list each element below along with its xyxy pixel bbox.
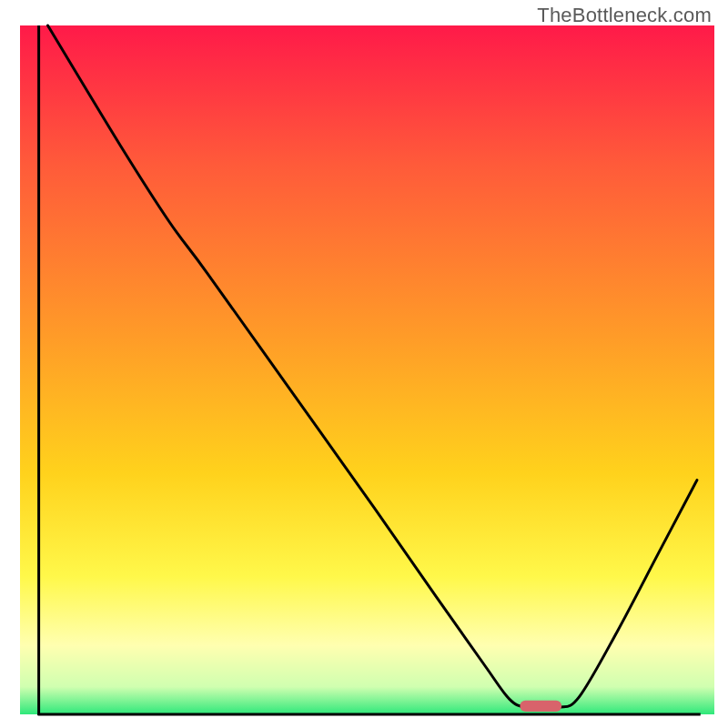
bottleneck-chart: TheBottleneck.com xyxy=(0,0,728,728)
chart-svg xyxy=(0,0,728,728)
watermark-text: TheBottleneck.com xyxy=(537,4,712,27)
optimum-marker xyxy=(520,701,561,712)
plot-background xyxy=(20,25,714,714)
